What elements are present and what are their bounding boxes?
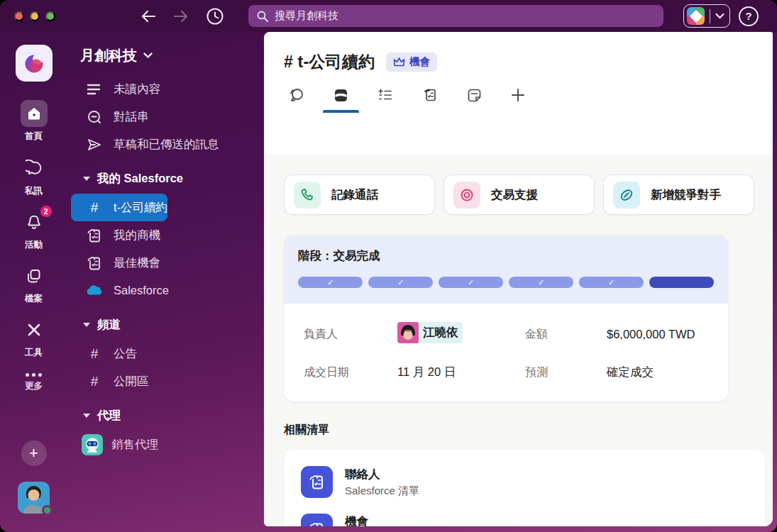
owner-mention-chip[interactable]: 江曉依 — [397, 322, 463, 343]
caret-down-icon — [83, 177, 90, 181]
stage-step-current — [649, 277, 714, 288]
stage-step-done — [579, 277, 644, 288]
stage-card: 階段：交易完成 負責人 — [284, 235, 728, 401]
search-icon — [257, 11, 268, 22]
tab-list[interactable] — [377, 77, 394, 113]
section-agents[interactable]: 代理 — [67, 401, 121, 431]
rail-item-dms[interactable]: 私訊 — [21, 155, 48, 197]
section-channels[interactable]: 頻道 — [67, 310, 121, 340]
threads-icon — [87, 109, 102, 125]
online-status-dot — [42, 505, 53, 516]
related-item-opportunities[interactable]: 機會 Salesforce 清單 — [301, 514, 748, 526]
rail-item-activity[interactable]: 2 活動 — [21, 209, 48, 251]
moon-logo-icon — [22, 51, 46, 75]
chevron-down-icon — [715, 13, 724, 19]
history-button[interactable] — [206, 7, 224, 26]
workspace-menu-button[interactable]: 月創科技 — [67, 32, 153, 75]
sidebar-item-salesforce-app[interactable]: Salesforce — [71, 277, 169, 304]
caret-down-icon — [83, 414, 90, 418]
home-icon — [26, 106, 42, 121]
close-date-label: 成交日期 — [304, 365, 397, 380]
sidebar-item-my-opportunities[interactable]: 我的商機 — [71, 221, 160, 249]
stage-step-done — [368, 277, 433, 288]
search-input[interactable]: 搜尋月創科技 — [248, 5, 663, 27]
deal-support-button[interactable]: 交易支援 — [443, 174, 595, 215]
stage-header: 階段：交易完成 — [284, 235, 728, 304]
tab-notes[interactable] — [466, 77, 483, 113]
chevron-down-icon — [143, 52, 153, 59]
related-item-contacts[interactable]: 聯絡人 Salesforce 清單 — [301, 466, 748, 498]
workspace-avatar — [687, 7, 705, 25]
sidebar-channel-public[interactable]: # 公開區 — [71, 367, 149, 395]
files-icon — [26, 267, 43, 284]
amount-label: 金額 — [525, 327, 607, 342]
tools-icon — [26, 321, 43, 338]
amount-value: $6,000,000 TWD — [607, 328, 708, 341]
add-competitor-button[interactable]: 新增競爭對手 — [603, 174, 754, 215]
opportunity-badge[interactable]: 機會 — [386, 52, 437, 72]
tab-salesforce-record[interactable] — [421, 77, 439, 113]
rail-item-tools[interactable]: 工具 — [21, 316, 48, 359]
message-bubble-icon — [288, 87, 305, 104]
search-placeholder: 搜尋月創科技 — [275, 9, 338, 23]
forward-button[interactable] — [173, 9, 189, 23]
dm-bubble-icon — [26, 160, 43, 177]
forecast-label: 預測 — [525, 365, 607, 380]
hash-icon: # — [85, 346, 104, 362]
channel-tabs — [264, 77, 773, 113]
note-icon — [466, 87, 483, 104]
canvas-content: 記錄通話 交易支援 — [264, 155, 773, 526]
minimize-window-button[interactable] — [30, 11, 40, 21]
sidebar-channel-announcements[interactable]: # 公告 — [71, 340, 137, 367]
football-icon — [619, 187, 634, 203]
plus-icon — [510, 87, 526, 103]
related-lists-title: 相關清單 — [284, 423, 773, 438]
checklist-icon — [377, 87, 394, 103]
sidebar-item-best-opportunities[interactable]: 最佳機會 — [71, 249, 160, 277]
help-button[interactable]: ? — [739, 6, 759, 26]
channel-title: # t-公司續約 — [284, 51, 375, 73]
section-my-salesforce[interactable]: 我的 Salesforce — [67, 164, 183, 194]
bell-icon — [26, 214, 43, 231]
workspace-logo-button[interactable] — [16, 45, 53, 82]
owner-label: 負責人 — [304, 327, 397, 342]
log-call-button[interactable]: 記錄通話 — [284, 174, 435, 215]
stage-progress — [298, 277, 714, 288]
sidebar: 月創科技 未讀內容 — [67, 32, 264, 532]
rail-item-files[interactable]: 檔案 — [21, 262, 48, 305]
sidebar-item-drafts[interactable]: 草稿和已傳送的訊息 — [71, 131, 260, 158]
close-window-button[interactable] — [14, 11, 24, 21]
tab-canvas-active[interactable] — [333, 77, 349, 113]
add-tab-button[interactable] — [510, 77, 526, 113]
salesforce-list-icon — [86, 255, 103, 272]
user-avatar-button[interactable] — [18, 482, 50, 514]
clock-icon — [206, 7, 224, 26]
zoom-window-button[interactable] — [45, 11, 55, 21]
salesforce-cloud-icon — [85, 284, 104, 298]
phone-icon — [300, 187, 315, 202]
main-panel: # t-公司續約 機會 — [264, 32, 773, 526]
owner-avatar — [397, 322, 419, 343]
app-window: 搜尋月創科技 ? — [0, 0, 777, 532]
sidebar-item-sales-agent[interactable]: 銷售代理 — [71, 431, 158, 458]
create-new-button[interactable]: + — [21, 440, 47, 466]
sidebar-channel-renewal[interactable]: # t-公司續約 — [71, 194, 167, 221]
crown-icon — [393, 57, 405, 67]
rail-item-more[interactable]: 更多 — [25, 373, 43, 392]
back-button[interactable] — [140, 9, 156, 23]
activity-badge: 2 — [39, 204, 53, 218]
rail-item-home[interactable]: 首頁 — [21, 100, 48, 143]
app-rail: 首頁 私訊 2 活動 — [0, 32, 67, 532]
arrow-left-icon — [140, 9, 156, 23]
hash-icon: # — [85, 374, 104, 389]
workspace-switcher-button[interactable] — [683, 4, 730, 28]
hash-icon: # — [284, 52, 293, 71]
arrow-right-icon — [173, 9, 189, 23]
sidebar-item-unreads[interactable]: 未讀內容 — [71, 75, 260, 103]
salesforce-list-icon — [308, 473, 326, 492]
sales-agent-avatar — [82, 434, 103, 455]
tab-messages[interactable] — [288, 77, 305, 113]
lifebuoy-icon — [459, 187, 475, 203]
unread-lines-icon — [87, 83, 102, 96]
sidebar-item-threads[interactable]: 對話串 — [71, 103, 260, 131]
